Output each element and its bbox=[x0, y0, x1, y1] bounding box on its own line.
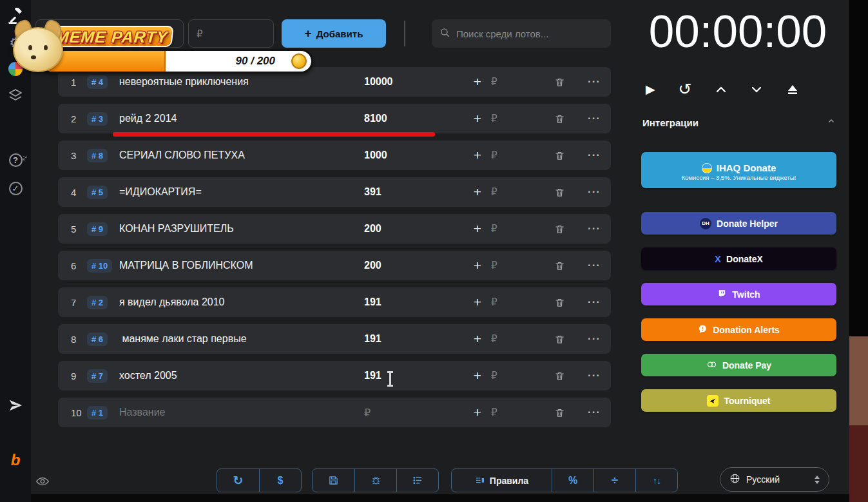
trash-icon[interactable] bbox=[554, 77, 580, 88]
lot-id-badge[interactable]: # 10 bbox=[87, 259, 112, 273]
search-box[interactable] bbox=[432, 19, 611, 48]
lot-id-badge[interactable]: # 6 bbox=[87, 333, 108, 346]
add-amount-button[interactable]: + bbox=[464, 74, 491, 90]
lot-id-badge[interactable]: # 4 bbox=[87, 75, 108, 89]
integration-twitch[interactable]: Twitch bbox=[641, 283, 836, 305]
lot-name-field[interactable]: КОНАН РАЗРУШИТЕЛЬ bbox=[119, 223, 364, 235]
lot-name-field[interactable]: =ИДИОКАРТИЯ= bbox=[119, 186, 364, 198]
rules-button[interactable]: Правила bbox=[452, 469, 552, 492]
more-options-button[interactable]: ··· bbox=[580, 149, 601, 162]
play-button[interactable]: ▶ bbox=[646, 82, 655, 97]
collapse-chevron-icon[interactable] bbox=[827, 117, 836, 128]
lot-name-placeholder[interactable]: Название bbox=[119, 407, 364, 418]
integration-ihaq-donate[interactable]: IHAQ Donate Комиссия – 3,5%. Уникальные … bbox=[641, 152, 836, 188]
lot-name-field[interactable]: маняме лаки стар первые bbox=[119, 333, 364, 345]
lot-name-field[interactable]: МАТРИЦА В ГОБЛИНСКОМ bbox=[119, 260, 364, 271]
lot-amount-placeholder[interactable]: ₽ bbox=[364, 407, 464, 419]
more-options-button[interactable]: ··· bbox=[580, 333, 601, 345]
save-button[interactable] bbox=[313, 469, 354, 492]
integration-donate-helper[interactable]: DH Donate Helper bbox=[641, 212, 836, 235]
lot-amount[interactable]: 191 bbox=[364, 370, 464, 381]
percent-button[interactable]: % bbox=[552, 469, 593, 492]
add-amount-button[interactable]: + bbox=[464, 221, 491, 237]
lot-id-badge[interactable]: # 7 bbox=[87, 369, 108, 383]
language-select[interactable]: Русский bbox=[720, 467, 829, 492]
help-question-icon[interactable]: ? bbox=[0, 153, 31, 167]
more-options-button[interactable]: ··· bbox=[580, 259, 601, 272]
add-amount-button[interactable]: + bbox=[464, 331, 491, 347]
add-amount-button[interactable]: + bbox=[464, 294, 491, 310]
trash-icon[interactable] bbox=[554, 334, 580, 345]
add-lot-button[interactable]: + Добавить bbox=[282, 19, 386, 48]
lot-name-field[interactable]: невероятные приключения bbox=[119, 76, 364, 88]
lot-id-badge[interactable]: # 2 bbox=[87, 296, 108, 309]
add-amount-button[interactable]: + bbox=[464, 405, 491, 420]
wheel-pie-icon[interactable] bbox=[0, 62, 31, 76]
add-amount-button[interactable]: + bbox=[464, 148, 491, 163]
add-amount-button[interactable]: + bbox=[464, 258, 491, 273]
amount-input[interactable]: ₽ bbox=[491, 333, 554, 345]
integration-donate-pay[interactable]: Donate Pay bbox=[641, 354, 836, 376]
more-options-button[interactable]: ··· bbox=[580, 112, 601, 125]
trash-icon[interactable] bbox=[554, 150, 580, 161]
lot-name-field[interactable]: СЕРИАЛ СЛОВО ПЕТУХА bbox=[119, 150, 364, 161]
add-amount-button[interactable]: + bbox=[464, 184, 491, 200]
trash-icon[interactable] bbox=[554, 260, 580, 271]
amount-input[interactable]: ₽ bbox=[491, 260, 554, 271]
lot-id-badge[interactable]: # 8 bbox=[87, 149, 108, 162]
amount-input[interactable]: ₽ bbox=[491, 113, 554, 124]
integration-tourniquet[interactable]: Tourniquet bbox=[641, 389, 836, 412]
dollar-button[interactable]: $ bbox=[259, 469, 301, 492]
lot-amount[interactable]: 10000 bbox=[364, 76, 464, 88]
eye-icon[interactable] bbox=[35, 474, 50, 491]
lot-amount[interactable]: 391 bbox=[364, 186, 464, 198]
amount-input[interactable]: ₽ bbox=[491, 186, 554, 198]
lot-name-field[interactable]: я видел дьявола 2010 bbox=[119, 296, 364, 308]
divide-button[interactable]: ÷ bbox=[593, 469, 635, 492]
telegram-send-icon[interactable] bbox=[0, 398, 31, 412]
sort-button[interactable]: ↑↓ bbox=[635, 469, 677, 492]
more-options-button[interactable]: ··· bbox=[580, 406, 601, 419]
lot-amount[interactable]: 200 bbox=[364, 223, 464, 235]
eject-time-button[interactable] bbox=[786, 83, 799, 96]
lot-name-field[interactable]: хостел 2005 bbox=[119, 370, 364, 381]
lot-amount[interactable]: 1000 bbox=[364, 150, 464, 161]
settings-gear-icon[interactable]: ⚙ bbox=[0, 36, 31, 50]
layers-icon[interactable] bbox=[0, 88, 31, 103]
more-options-button[interactable]: ··· bbox=[580, 296, 601, 309]
lot-amount[interactable]: 191 bbox=[364, 333, 464, 345]
amount-input[interactable]: ₽ bbox=[491, 223, 554, 235]
more-options-button[interactable]: ··· bbox=[580, 369, 601, 382]
lot-id-badge[interactable]: # 5 bbox=[87, 186, 108, 199]
boosty-logo[interactable]: b bbox=[0, 451, 31, 469]
tasks-check-icon[interactable]: ✓ bbox=[0, 182, 31, 195]
lot-amount[interactable]: 8100 bbox=[364, 113, 464, 124]
lot-amount[interactable]: 191 bbox=[364, 296, 464, 308]
lot-price-input[interactable] bbox=[188, 19, 274, 48]
integration-donatex[interactable]: X DonateX bbox=[641, 247, 836, 270]
trash-icon[interactable] bbox=[554, 297, 580, 308]
trash-icon[interactable] bbox=[554, 224, 580, 235]
lot-amount[interactable]: 200 bbox=[364, 260, 464, 271]
auction-gavel-icon[interactable] bbox=[0, 8, 31, 24]
lot-id-badge[interactable]: # 3 bbox=[87, 112, 108, 126]
decrease-time-button[interactable] bbox=[750, 83, 763, 96]
lot-id-badge[interactable]: # 1 bbox=[87, 406, 108, 420]
add-amount-button[interactable]: + bbox=[464, 368, 491, 383]
more-options-button[interactable]: ··· bbox=[580, 222, 601, 235]
trash-icon[interactable] bbox=[554, 113, 580, 124]
integration-donation-alerts[interactable]: Donation Alerts bbox=[641, 318, 836, 341]
trash-icon[interactable] bbox=[554, 371, 580, 381]
amount-input[interactable]: ₽ bbox=[491, 76, 554, 88]
lot-name-input[interactable] bbox=[35, 19, 184, 48]
amount-input[interactable]: ₽ bbox=[491, 370, 554, 381]
more-options-button[interactable]: ··· bbox=[580, 75, 601, 88]
bug-report-button[interactable] bbox=[354, 469, 396, 492]
lot-id-badge[interactable]: # 9 bbox=[87, 222, 108, 236]
add-amount-button[interactable]: + bbox=[464, 111, 491, 126]
lot-name-field[interactable]: рейд 2 2014 bbox=[119, 113, 364, 124]
increase-time-button[interactable] bbox=[715, 83, 728, 96]
amount-input[interactable]: ₽ bbox=[491, 150, 554, 161]
amount-input[interactable]: ₽ bbox=[491, 407, 554, 418]
restart-button[interactable]: ↺ bbox=[678, 80, 691, 99]
